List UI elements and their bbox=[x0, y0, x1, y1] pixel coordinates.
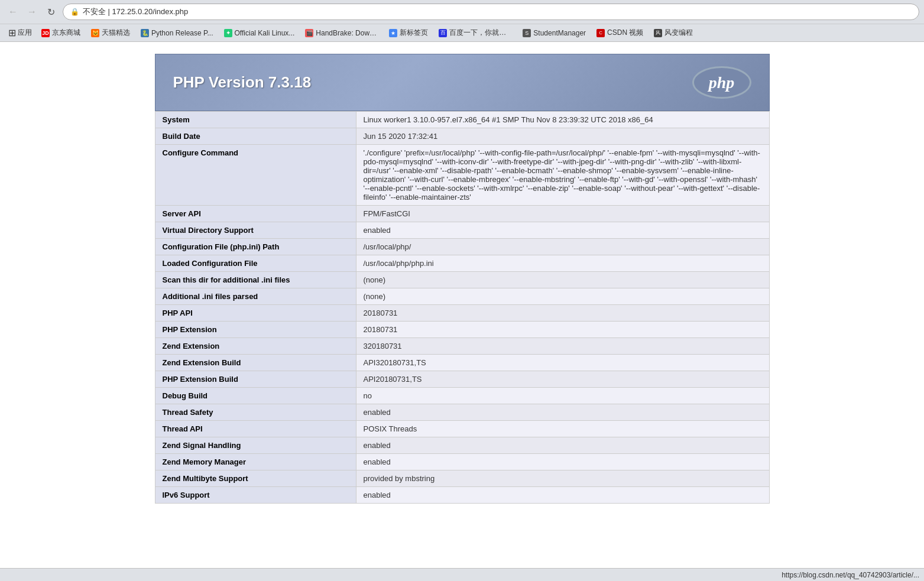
browser-chrome: ← → ↻ 🔒 不安全 | 172.25.0.20/index.php ⊞应用J… bbox=[0, 0, 924, 42]
bookmark-item-8[interactable]: SStudentManager bbox=[518, 28, 591, 38]
table-cell-value: enabled bbox=[356, 487, 769, 504]
table-cell-value: (none) bbox=[356, 272, 769, 288]
table-row: Debug Buildno bbox=[155, 388, 769, 404]
nav-buttons: ← → ↻ bbox=[5, 4, 59, 20]
table-row: Zend Extension BuildAPI320180731,TS bbox=[155, 355, 769, 371]
bookmark-favicon-1: JD bbox=[41, 29, 50, 37]
table-cell-value: 320180731 bbox=[356, 338, 769, 355]
reload-button[interactable]: ↻ bbox=[43, 4, 59, 20]
forward-button[interactable]: → bbox=[24, 4, 40, 20]
table-row: Zend Memory Managerenabled bbox=[155, 454, 769, 470]
table-cell-key: Server API bbox=[155, 206, 356, 222]
bookmarks-apps-button[interactable]: ⊞应用 bbox=[5, 26, 35, 40]
table-row: IPv6 Supportenabled bbox=[155, 487, 769, 504]
back-button[interactable]: ← bbox=[5, 4, 21, 20]
bookmark-label-9: CSDN 视频 bbox=[607, 28, 643, 38]
bookmark-item-10[interactable]: 风风变编程 bbox=[649, 27, 698, 39]
table-row: Thread Safetyenabled bbox=[155, 404, 769, 421]
status-text: https://blog.csdn.net/qq_40742903/articl… bbox=[782, 571, 919, 574]
table-cell-key: Zend Signal Handling bbox=[155, 437, 356, 454]
browser-toolbar: ← → ↻ 🔒 不安全 | 172.25.0.20/index.php bbox=[0, 0, 924, 24]
page-content: PHP Version 7.3.18 php SystemLinux worke… bbox=[0, 42, 924, 574]
table-cell-key: Zend Multibyte Support bbox=[155, 470, 356, 487]
table-cell-key: Zend Extension Build bbox=[155, 355, 356, 371]
bookmark-favicon-5: 🎬 bbox=[305, 29, 313, 37]
table-row: Thread APIPOSIX Threads bbox=[155, 421, 769, 437]
table-cell-value: /usr/local/php/php.ini bbox=[356, 255, 769, 272]
table-cell-key: Additional .ini files parsed bbox=[155, 288, 356, 305]
table-cell-value: no bbox=[356, 388, 769, 404]
table-cell-value: API320180731,TS bbox=[356, 355, 769, 371]
table-cell-key: Debug Build bbox=[155, 388, 356, 404]
table-cell-value: 20180731 bbox=[356, 305, 769, 322]
bookmark-label-8: StudentManager bbox=[533, 29, 586, 37]
bookmark-favicon-6: ★ bbox=[389, 29, 397, 37]
php-version-title: PHP Version 7.3.18 bbox=[173, 73, 312, 92]
bookmark-favicon-4: ✦ bbox=[224, 29, 232, 37]
table-cell-value: enabled bbox=[356, 454, 769, 470]
table-cell-key: Zend Extension bbox=[155, 338, 356, 355]
table-cell-key: Virtual Directory Support bbox=[155, 222, 356, 239]
address-text: 不安全 | 172.25.0.20/index.php bbox=[83, 7, 912, 17]
table-row: Scan this dir for additional .ini files(… bbox=[155, 272, 769, 288]
table-row: Configure Command'./configure' 'prefix=/… bbox=[155, 145, 769, 206]
bookmark-item-7[interactable]: 百百度一下，你就知道 bbox=[434, 27, 517, 39]
bookmark-item-4[interactable]: ✦Official Kali Linux... bbox=[219, 28, 300, 38]
bookmark-label-2: 天猫精选 bbox=[102, 28, 130, 38]
bookmark-label-3: Python Release P... bbox=[151, 29, 213, 37]
bookmark-item-3[interactable]: 🐍Python Release P... bbox=[136, 28, 218, 38]
table-cell-key: Thread Safety bbox=[155, 404, 356, 421]
bookmark-favicon-8: S bbox=[523, 29, 531, 37]
table-cell-key: Configuration File (php.ini) Path bbox=[155, 239, 356, 255]
bookmark-item-9[interactable]: CCSDN 视频 bbox=[592, 27, 648, 39]
table-cell-key: Loaded Configuration File bbox=[155, 255, 356, 272]
table-cell-value: FPM/FastCGI bbox=[356, 206, 769, 222]
table-row: Zend Extension320180731 bbox=[155, 338, 769, 355]
table-row: Zend Multibyte Supportprovided by mbstri… bbox=[155, 470, 769, 487]
table-cell-key: Thread API bbox=[155, 421, 356, 437]
table-row: Virtual Directory Supportenabled bbox=[155, 222, 769, 239]
php-logo-text: php bbox=[709, 73, 735, 92]
table-cell-value: enabled bbox=[356, 222, 769, 239]
table-cell-value: enabled bbox=[356, 437, 769, 454]
bookmark-item-1[interactable]: JD京东商城 bbox=[37, 27, 85, 39]
bookmark-label-6: 新标签页 bbox=[400, 28, 428, 38]
info-table: SystemLinux worker1 3.10.0-957.el7.x86_6… bbox=[155, 111, 770, 504]
table-cell-value: POSIX Threads bbox=[356, 421, 769, 437]
bookmark-label-7: 百度一下，你就知道 bbox=[449, 28, 512, 38]
table-cell-value: /usr/local/php/ bbox=[356, 239, 769, 255]
bookmark-item-2[interactable]: 🐱天猫精选 bbox=[86, 27, 135, 39]
bookmark-label-1: 京东商城 bbox=[52, 28, 80, 38]
table-cell-key: PHP API bbox=[155, 305, 356, 322]
table-cell-value: Linux worker1 3.10.0-957.el7.x86_64 #1 S… bbox=[356, 112, 769, 128]
bookmark-item-6[interactable]: ★新标签页 bbox=[384, 27, 433, 39]
bookmark-item-5[interactable]: 🎬HandBrake: Down... bbox=[300, 28, 383, 38]
bookmark-favicon-10: 风 bbox=[654, 29, 662, 37]
table-cell-key: PHP Extension Build bbox=[155, 371, 356, 388]
table-cell-key: System bbox=[155, 112, 356, 128]
table-cell-key: Scan this dir for additional .ini files bbox=[155, 272, 356, 288]
bookmark-label-5: HandBrake: Down... bbox=[316, 29, 378, 37]
table-row: Server APIFPM/FastCGI bbox=[155, 206, 769, 222]
table-cell-key: IPv6 Support bbox=[155, 487, 356, 504]
table-row: PHP Extension20180731 bbox=[155, 322, 769, 338]
status-bar: https://blog.csdn.net/qq_40742903/articl… bbox=[0, 568, 924, 574]
bookmark-favicon-2: 🐱 bbox=[91, 29, 99, 37]
table-row: PHP API20180731 bbox=[155, 305, 769, 322]
table-cell-value: 20180731 bbox=[356, 322, 769, 338]
table-cell-value: API20180731,TS bbox=[356, 371, 769, 388]
bookmarks-bar: ⊞应用JD京东商城🐱天猫精选🐍Python Release P...✦Offic… bbox=[0, 24, 924, 41]
table-row: Zend Signal Handlingenabled bbox=[155, 437, 769, 454]
table-row: Additional .ini files parsed(none) bbox=[155, 288, 769, 305]
table-row: Build DateJun 15 2020 17:32:41 bbox=[155, 128, 769, 145]
php-logo: php bbox=[692, 66, 751, 99]
lock-icon: 🔒 bbox=[70, 8, 79, 16]
table-row: PHP Extension BuildAPI20180731,TS bbox=[155, 371, 769, 388]
table-cell-value: './configure' 'prefix=/usr/local/php' '-… bbox=[356, 145, 769, 206]
address-bar[interactable]: 🔒 不安全 | 172.25.0.20/index.php bbox=[63, 4, 919, 20]
bookmark-favicon-3: 🐍 bbox=[141, 29, 149, 37]
bookmark-label-10: 风变编程 bbox=[664, 28, 693, 38]
php-header: PHP Version 7.3.18 php bbox=[155, 54, 770, 111]
table-cell-value: Jun 15 2020 17:32:41 bbox=[356, 128, 769, 145]
table-cell-value: enabled bbox=[356, 404, 769, 421]
